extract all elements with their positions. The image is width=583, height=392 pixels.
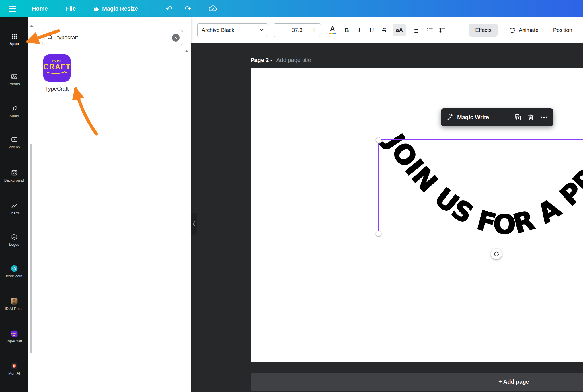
typecraft-app-label: TypeCraft xyxy=(43,86,71,92)
typecraft-swoosh xyxy=(45,71,69,77)
sidebar-item-typecraft[interactable]: CRAFT TypeCraft xyxy=(0,330,28,343)
add-page-button[interactable]: + Add page xyxy=(251,373,583,391)
animate-button[interactable]: Animate xyxy=(509,27,539,34)
crown-icon xyxy=(93,6,99,11)
redo-icon[interactable]: ↷ xyxy=(185,5,191,13)
font-size-value[interactable]: 37.3 xyxy=(287,24,307,37)
text-toolbar: Archivo Black − 37.3 + A B I U S aA xyxy=(191,17,583,43)
apps-search-panel: × TYPE CRAFT TypeCraft xyxy=(28,17,191,392)
scroll-up-arrow-icon[interactable] xyxy=(30,25,34,27)
page-title-placeholder[interactable]: Add page title xyxy=(276,57,311,63)
strikethrough-button[interactable]: S xyxy=(378,23,391,37)
sidebar-item-videos[interactable]: Videos xyxy=(0,136,28,149)
font-family-select[interactable]: Archivo Black xyxy=(197,23,268,37)
home-menu[interactable]: Home xyxy=(32,5,48,12)
charts-icon xyxy=(11,202,18,209)
more-options-icon[interactable] xyxy=(540,114,548,121)
file-menu[interactable]: File xyxy=(66,5,76,12)
background-icon xyxy=(11,169,18,176)
font-size-increase-button[interactable]: + xyxy=(307,24,321,37)
svg-text:co.: co. xyxy=(13,236,15,238)
undo-icon[interactable]: ↶ xyxy=(166,5,173,13)
videos-icon xyxy=(11,136,18,143)
sidebar-item-photos[interactable]: Photos xyxy=(0,73,28,86)
rail-divider xyxy=(6,59,22,59)
d-id-avatar xyxy=(11,297,18,305)
hamburger-menu-icon[interactable] xyxy=(9,6,16,12)
panel-scroll-up-icon[interactable] xyxy=(185,50,189,52)
rotate-icon xyxy=(493,251,500,257)
search-input[interactable] xyxy=(57,34,172,41)
sidebar-item-d-id-ai-presenter[interactable]: -ID AI Pres... xyxy=(0,297,28,311)
text-selection-box[interactable] xyxy=(378,139,583,234)
italic-button[interactable]: I xyxy=(353,23,366,37)
svg-text:CRAFT: CRAFT xyxy=(11,333,17,335)
sidebar-item-murf-ai[interactable]: M Murf AI xyxy=(0,362,28,375)
text-color-button[interactable]: A xyxy=(327,26,338,34)
sidebar-item-logos[interactable]: co. Logos xyxy=(0,233,28,247)
sidebar-item-apps[interactable]: Apps xyxy=(0,32,28,46)
app-sidebar: Apps Photos Audio xyxy=(0,17,28,392)
collapse-panel-tab[interactable] xyxy=(191,213,197,235)
page-number-label: Page 2 - xyxy=(251,57,272,63)
duplicate-icon[interactable] xyxy=(514,114,522,121)
iconscout-logo xyxy=(11,265,18,272)
font-size-stepper: − 37.3 + xyxy=(274,23,321,37)
toolbar-separator xyxy=(547,24,547,36)
sidebar-item-iconscout[interactable]: IconScout xyxy=(0,265,28,278)
search-box: × xyxy=(42,30,183,45)
typecraft-logo: CRAFT xyxy=(11,330,18,337)
cloud-save-status-icon xyxy=(208,5,217,13)
list-icon xyxy=(426,27,433,34)
spacing-icon xyxy=(439,27,446,34)
typecraft-app-icon[interactable]: TYPE CRAFT xyxy=(43,54,71,82)
magic-resize-menu[interactable]: Magic Resize xyxy=(93,5,138,12)
chevron-down-icon xyxy=(260,29,264,31)
sidebar-item-background[interactable]: Background xyxy=(0,169,28,182)
audio-icon xyxy=(11,105,18,112)
align-icon xyxy=(414,27,421,34)
canva-editor: Page 2 - Add page title JOIN US FOR A PR… xyxy=(0,0,583,392)
chevron-left-icon xyxy=(192,221,196,227)
line-spacing-button[interactable] xyxy=(436,23,449,37)
effects-button[interactable]: Effects xyxy=(469,24,498,37)
clear-search-icon[interactable]: × xyxy=(172,34,180,42)
font-size-decrease-button[interactable]: − xyxy=(274,24,287,37)
typecraft-app-result[interactable]: TYPE CRAFT TypeCraft xyxy=(43,54,71,92)
logos-icon: co. xyxy=(11,233,18,241)
resize-handle-top-left[interactable] xyxy=(376,137,381,143)
photos-icon xyxy=(11,73,18,80)
position-button[interactable]: Position xyxy=(553,27,572,33)
magic-write-button[interactable]: Magic Write xyxy=(457,114,489,121)
trash-icon[interactable] xyxy=(527,114,535,121)
floating-toolbar: Magic Write xyxy=(441,108,553,126)
apps-grid-icon xyxy=(11,32,18,40)
sidebar-item-audio[interactable]: Audio xyxy=(0,105,28,118)
underline-button[interactable]: U xyxy=(366,23,378,37)
rotate-handle[interactable] xyxy=(491,249,502,259)
resize-handle-bottom-left[interactable] xyxy=(376,231,381,237)
text-case-button[interactable]: aA xyxy=(393,24,406,36)
bold-button[interactable]: B xyxy=(340,23,353,37)
text-align-button[interactable] xyxy=(411,23,424,37)
bullet-list-button[interactable] xyxy=(424,23,436,37)
animate-icon xyxy=(509,27,516,34)
panel-scrollbar[interactable] xyxy=(30,144,32,353)
magic-wand-icon[interactable] xyxy=(446,114,454,121)
top-header: Home File Magic Resize ↶ ↷ xyxy=(0,0,583,17)
murf-ai-logo: M xyxy=(11,362,18,370)
sidebar-item-charts[interactable]: Charts xyxy=(0,202,28,215)
rainbow-color-bar xyxy=(329,33,336,34)
page-header: Page 2 - Add page title xyxy=(251,57,311,63)
search-icon xyxy=(47,34,53,41)
svg-text:M: M xyxy=(13,365,15,367)
